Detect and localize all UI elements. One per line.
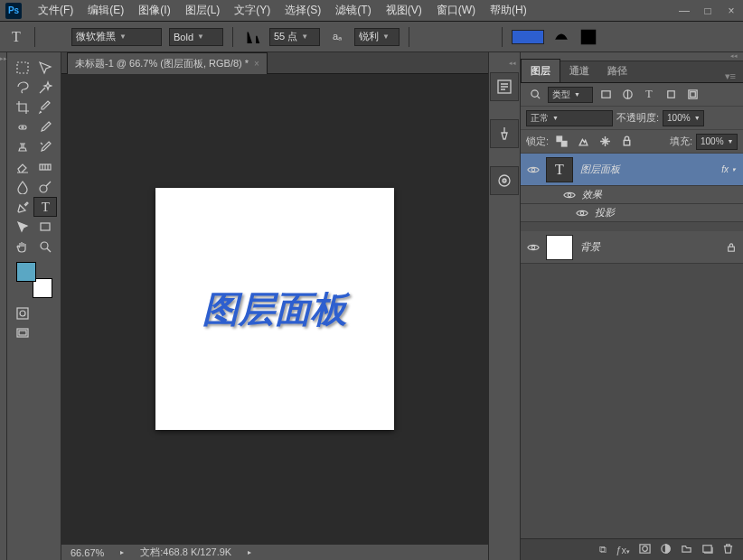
marquee-tool[interactable] [11, 58, 34, 78]
lock-position-icon[interactable] [596, 134, 614, 150]
rectangle-tool[interactable] [34, 217, 58, 237]
font-size-dropdown[interactable]: 55 点▼ [269, 28, 320, 46]
dodge-tool[interactable] [34, 177, 58, 197]
pen-tool[interactable] [11, 197, 33, 217]
visibility-toggle[interactable] [569, 209, 595, 218]
menu-edit[interactable]: 编辑(E) [80, 3, 131, 18]
move-tool[interactable] [34, 58, 58, 78]
brush-tool[interactable] [34, 117, 58, 137]
layer-thumbnail[interactable] [546, 235, 573, 260]
filter-search-icon[interactable] [526, 87, 544, 103]
blur-tool[interactable] [11, 177, 34, 197]
layer-row[interactable]: 背景 [521, 231, 743, 264]
layer-thumbnail[interactable]: T [546, 157, 573, 182]
filter-shape-icon[interactable] [662, 87, 680, 103]
menu-view[interactable]: 视图(V) [379, 3, 429, 18]
doc-info-arrow-icon[interactable]: ▸ [248, 548, 251, 556]
canvas-text-layer[interactable]: 图层面板 [202, 285, 347, 334]
healing-brush-tool[interactable] [11, 117, 34, 137]
clone-stamp-tool[interactable] [11, 137, 34, 157]
layer-name[interactable]: 图层面板 [580, 163, 721, 176]
menu-window[interactable]: 窗口(W) [429, 3, 483, 18]
text-color-swatch[interactable] [512, 30, 544, 44]
canvas-viewport[interactable]: 图层面板 [61, 74, 488, 544]
menu-type[interactable]: 文字(Y) [227, 3, 277, 18]
adjustment-layer-icon[interactable] [660, 543, 672, 556]
lock-transparent-icon[interactable] [552, 134, 570, 150]
brush-panel-icon[interactable] [490, 119, 519, 148]
new-layer-icon[interactable] [701, 543, 713, 556]
visibility-toggle[interactable] [521, 243, 546, 252]
gradient-tool[interactable] [34, 157, 58, 177]
panel-menu-icon[interactable]: ▾≡ [718, 70, 743, 82]
status-bar: 66.67% ▸ 文档:468.8 K/127.9K ▸ [61, 544, 488, 560]
type-tool[interactable]: T [33, 197, 57, 217]
screen-mode-icon[interactable] [11, 323, 34, 343]
filter-pixel-icon[interactable] [597, 87, 615, 103]
doc-info[interactable]: 文档:468.8 K/127.9K [140, 546, 231, 559]
layer-effect-row[interactable]: 投影 [521, 204, 743, 222]
path-selection-tool[interactable] [11, 217, 34, 237]
menu-filter[interactable]: 滤镜(T) [328, 3, 378, 18]
lock-image-icon[interactable] [574, 134, 592, 150]
opacity-input[interactable]: 100%▼ [663, 110, 704, 126]
zoom-arrow-icon[interactable]: ▸ [120, 548, 124, 556]
visibility-toggle[interactable] [521, 165, 546, 174]
layer-name[interactable]: 背景 [580, 240, 727, 254]
history-panel-icon[interactable] [490, 72, 519, 101]
filter-type-dropdown[interactable]: 类型▼ [548, 87, 593, 103]
align-left-icon[interactable] [419, 27, 438, 47]
menu-layer[interactable]: 图层(L) [178, 3, 228, 18]
foreground-color-swatch[interactable] [16, 262, 36, 282]
menu-image[interactable]: 图像(I) [131, 3, 177, 18]
filter-smart-icon[interactable] [683, 87, 701, 103]
maximize-button[interactable]: □ [696, 2, 719, 20]
blend-mode-dropdown[interactable]: 正常▼ [526, 110, 613, 126]
menu-select[interactable]: 选择(S) [277, 3, 328, 18]
layer-effect-row[interactable]: 效果 [521, 186, 743, 204]
filter-adjust-icon[interactable] [618, 87, 636, 103]
font-style-dropdown[interactable]: Bold▼ [169, 28, 223, 46]
eraser-tool[interactable] [11, 157, 34, 177]
eyedropper-tool[interactable] [34, 98, 58, 117]
quick-mask-icon[interactable] [11, 303, 34, 323]
warp-text-icon[interactable] [551, 27, 571, 47]
layer-group-icon[interactable] [681, 543, 692, 556]
hand-tool[interactable] [11, 237, 34, 257]
filter-type-icon[interactable]: T [640, 87, 658, 103]
crop-tool[interactable] [11, 98, 34, 117]
align-center-icon[interactable] [446, 27, 466, 47]
color-picker-swatches[interactable] [16, 262, 52, 298]
zoom-level[interactable]: 66.67% [71, 547, 104, 558]
align-right-icon[interactable] [473, 27, 493, 47]
close-button[interactable]: × [719, 2, 743, 20]
character-panel-icon[interactable] [578, 27, 598, 47]
menu-help[interactable]: 帮助(H) [483, 3, 534, 18]
fill-input[interactable]: 100%▼ [696, 134, 738, 150]
link-layers-icon[interactable]: ⧉ [599, 544, 607, 555]
document-tab[interactable]: 未标题-1 @ 66.7% (图层面板, RGB/8) * × [67, 52, 268, 74]
channels-tab[interactable]: 通道 [560, 60, 598, 82]
layer-fx-icon[interactable]: ƒx▾ [616, 545, 630, 555]
canvas[interactable]: 图层面板 [155, 188, 394, 430]
layers-tab[interactable]: 图层 [521, 59, 560, 82]
layer-row[interactable]: T 图层面板 fx▾ [521, 154, 743, 186]
layer-mask-icon[interactable] [639, 543, 651, 556]
close-tab-icon[interactable]: × [254, 59, 259, 69]
delete-layer-icon[interactable] [722, 543, 734, 556]
history-brush-tool[interactable] [34, 137, 58, 157]
lasso-tool[interactable] [11, 78, 34, 98]
minimize-button[interactable]: — [672, 2, 696, 20]
magic-wand-tool[interactable] [34, 78, 58, 98]
lock-all-icon[interactable] [617, 134, 635, 150]
dock-edge-left[interactable]: ▸▸ [0, 52, 7, 560]
antialias-dropdown[interactable]: 锐利▼ [354, 28, 400, 46]
fx-indicator[interactable]: fx▾ [721, 164, 743, 174]
visibility-toggle[interactable] [557, 191, 582, 200]
zoom-tool[interactable] [34, 237, 58, 257]
font-family-dropdown[interactable]: 微软雅黑▼ [71, 28, 162, 46]
swatches-panel-icon[interactable] [490, 166, 519, 195]
text-orientation-icon[interactable] [44, 27, 64, 47]
paths-tab[interactable]: 路径 [598, 60, 636, 82]
menu-file[interactable]: 文件(F) [31, 3, 80, 18]
